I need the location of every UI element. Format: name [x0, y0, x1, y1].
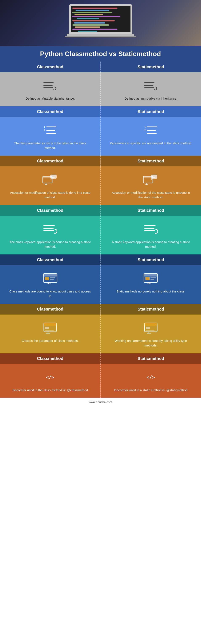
section-4-body: The class keyword application is bound t…: [0, 216, 201, 254]
sections-container: Classmethod Staticmethod Defined as Muta…: [0, 62, 201, 398]
section-6-header-left: Classmethod: [0, 304, 101, 314]
section-2-left-text: The first parameter as cls is to be take…: [9, 141, 92, 150]
section-3-right-col: Accession or modification of the class s…: [101, 166, 201, 205]
section-5-left-text: Class methods are bound to know about cl…: [9, 289, 92, 298]
section-1-left-icon: [42, 78, 59, 93]
section-4: Classmethod Staticmethod The class keywo…: [0, 205, 201, 254]
svg-rect-52: [150, 277, 156, 278]
section-2-body: 1 2 The first parameter as cls is to be …: [0, 117, 201, 156]
section-3-right-icon: [142, 173, 159, 188]
svg-rect-44: [45, 277, 49, 280]
section-4-right-col: A static keyword application is bound to…: [101, 216, 201, 254]
svg-text:1: 1: [144, 125, 146, 128]
svg-rect-64: [146, 327, 150, 329]
section-4-left-icon: [42, 222, 59, 237]
section-4-left-text: The class keyword application is bound t…: [9, 240, 92, 249]
section-6-right-icon: [142, 321, 159, 336]
section-5-right-icon: [142, 272, 159, 286]
section-5-right-text: Static methods no purely nothing about t…: [116, 289, 185, 294]
svg-rect-51: [145, 277, 150, 280]
section-4-header-left: Classmethod: [0, 205, 101, 216]
section-5-header: Classmethod Staticmethod: [0, 254, 201, 265]
section-3-left-icon: [42, 173, 59, 188]
section-4-right-text: A static keyword application is bound to…: [109, 240, 193, 249]
section-6-left-icon: [42, 321, 59, 336]
section-1-body: Defined as Mutable via inheritance. Defi…: [0, 72, 201, 106]
section-2-header-left: Classmethod: [0, 106, 101, 117]
section-3-body: Accession or modification of class state…: [0, 166, 201, 205]
svg-rect-65: [146, 330, 154, 331]
svg-text:2: 2: [44, 128, 45, 132]
section-1-header: Classmethod Staticmethod: [0, 62, 201, 72]
section-5-header-left: Classmethod: [0, 254, 101, 265]
svg-text:2: 2: [144, 128, 146, 132]
section-2-left-icon: 1 2: [42, 123, 59, 138]
section-7-left-text: Decorator used in the class method is: @…: [13, 388, 88, 393]
section-6-left-text: Class is the parameter of class methods.: [22, 338, 79, 343]
section-7-header-right: Staticmethod: [101, 353, 201, 364]
svg-rect-46: [50, 279, 54, 280]
section-1-left-text: Defined as Mutable via inheritance.: [26, 96, 75, 101]
section-1-right-col: Defined as Immutable via inheritance.: [101, 72, 201, 106]
svg-text:</>: </>: [146, 375, 155, 380]
section-6-left-col: Class is the parameter of class methods.: [0, 314, 101, 353]
section-1-right-icon: [142, 78, 159, 93]
section-7-right-col: </> Decorator used in a static method is…: [101, 364, 201, 398]
section-6-header-right: Staticmethod: [101, 304, 201, 314]
section-1-right-text: Defined as Immutable via inheritance.: [124, 96, 177, 101]
section-5-header-right: Staticmethod: [101, 254, 201, 265]
svg-rect-45: [50, 277, 55, 278]
section-7: Classmethod Staticmethod </> Decorator u…: [0, 353, 201, 398]
svg-text:</>: </>: [46, 375, 54, 380]
section-2-header: Classmethod Staticmethod: [0, 106, 201, 117]
section-2-left-col: 1 2 The first parameter as cls is to be …: [0, 117, 101, 156]
svg-rect-59: [45, 330, 54, 331]
section-5-left-col: Class methods are bound to know about cl…: [0, 265, 101, 304]
section-5: Classmethod Staticmethod Class methods a…: [0, 254, 201, 304]
section-1-header-left: Classmethod: [0, 62, 101, 72]
footer: www.educba.com: [0, 398, 201, 406]
svg-rect-30: [151, 174, 157, 179]
section-1-header-right: Staticmethod: [101, 62, 201, 72]
section-7-header: Classmethod Staticmethod: [0, 353, 201, 364]
hero-section: [0, 0, 201, 46]
section-2-header-right: Staticmethod: [101, 106, 201, 117]
section-4-header-right: Staticmethod: [101, 205, 201, 216]
section-3: Classmethod Staticmethod Accession or mo…: [0, 156, 201, 205]
section-7-left-icon: </>: [42, 370, 59, 385]
svg-rect-58: [45, 327, 49, 329]
section-2: Classmethod Staticmethod 1 2 The first p…: [0, 106, 201, 156]
section-6-body: Class is the parameter of class methods.…: [0, 314, 201, 353]
section-7-left-col: </> Decorator used in the class method i…: [0, 364, 101, 398]
svg-rect-50: [144, 274, 158, 276]
section-2-right-icon: 1 2: [142, 123, 159, 138]
section-6-right-col: Working on parameters is done by taking …: [101, 314, 201, 353]
section-3-header: Classmethod Staticmethod: [0, 156, 201, 166]
svg-rect-53: [150, 279, 154, 280]
section-5-body: Class methods are bound to know about cl…: [0, 265, 201, 304]
svg-rect-63: [145, 323, 157, 326]
section-5-left-icon: [42, 272, 59, 286]
section-3-header-left: Classmethod: [0, 156, 101, 166]
svg-rect-57: [44, 323, 56, 326]
section-6-right-text: Working on parameters is done by taking …: [109, 338, 193, 348]
svg-rect-22: [50, 174, 57, 179]
section-5-right-col: Static methods no purely nothing about t…: [101, 265, 201, 304]
section-7-header-left: Classmethod: [0, 353, 101, 364]
section-6: Classmethod Staticmethod Class is the pa…: [0, 304, 201, 353]
section-3-left-text: Accession or modification of class state…: [9, 190, 92, 200]
section-4-right-icon: [142, 222, 159, 237]
section-1-left-col: Defined as Mutable via inheritance.: [0, 72, 101, 106]
laptop-image: [61, 4, 141, 42]
section-7-body: </> Decorator used in the class method i…: [0, 364, 201, 398]
section-6-header: Classmethod Staticmethod: [0, 304, 201, 314]
svg-text:1: 1: [44, 125, 45, 128]
section-2-right-text: Parameters in specific are not needed in…: [110, 141, 192, 146]
page-title: Python Classmethod vs Staticmethod: [0, 46, 201, 62]
section-1: Classmethod Staticmethod Defined as Muta…: [0, 62, 201, 106]
section-2-right-col: 1 2 Parameters in specific are not neede…: [101, 117, 201, 156]
svg-rect-43: [43, 274, 57, 276]
section-3-left-col: Accession or modification of class state…: [0, 166, 101, 205]
section-4-left-col: The class keyword application is bound t…: [0, 216, 101, 254]
section-7-right-text: Decorator used in a static method is: @s…: [114, 388, 187, 393]
